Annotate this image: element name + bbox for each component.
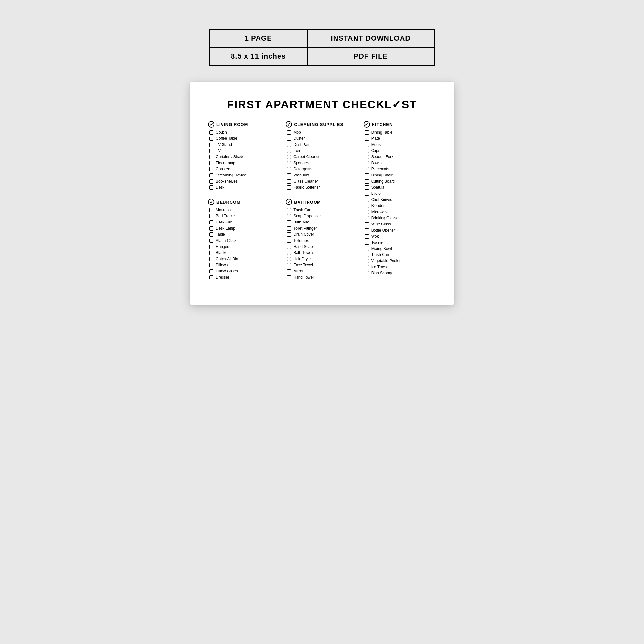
checkbox[interactable] bbox=[365, 259, 369, 263]
checkbox[interactable] bbox=[209, 251, 213, 255]
checkbox[interactable] bbox=[287, 251, 291, 255]
checkbox[interactable] bbox=[209, 155, 213, 159]
list-item[interactable]: Desk Fan bbox=[208, 220, 280, 224]
checkbox[interactable] bbox=[209, 269, 213, 273]
checkbox[interactable] bbox=[365, 130, 369, 135]
list-item[interactable]: Ice Trays bbox=[364, 265, 436, 269]
list-item[interactable]: Dust Pan bbox=[286, 142, 358, 147]
list-item[interactable]: Toaster bbox=[364, 240, 436, 245]
list-item[interactable]: Ladle bbox=[364, 191, 436, 196]
list-item[interactable]: Bottle Opener bbox=[364, 228, 436, 232]
list-item[interactable]: Table bbox=[208, 232, 280, 237]
list-item[interactable]: Dining Chair bbox=[364, 173, 436, 177]
list-item[interactable]: Wine Glass bbox=[364, 222, 436, 226]
list-item[interactable]: Microwave bbox=[364, 210, 436, 214]
list-item[interactable]: Coasters bbox=[208, 167, 280, 171]
checkbox[interactable] bbox=[287, 179, 291, 184]
list-item[interactable]: Coffee Table bbox=[208, 136, 280, 141]
list-item[interactable]: Vaccuum bbox=[286, 173, 358, 177]
checkbox[interactable] bbox=[209, 173, 213, 177]
checkbox[interactable] bbox=[287, 143, 291, 147]
checkbox[interactable] bbox=[287, 214, 291, 218]
list-item[interactable]: Cutting Board bbox=[364, 179, 436, 184]
list-item[interactable]: Bookshelves bbox=[208, 179, 280, 184]
list-item[interactable]: Streaming Device bbox=[208, 173, 280, 177]
checkbox[interactable] bbox=[209, 226, 213, 231]
list-item[interactable]: Desk Lamp bbox=[208, 226, 280, 231]
list-item[interactable]: Bed Frame bbox=[208, 214, 280, 218]
list-item[interactable]: Sponges bbox=[286, 161, 358, 165]
list-item[interactable]: Cups bbox=[364, 148, 436, 153]
checkbox[interactable] bbox=[209, 220, 213, 224]
checkbox[interactable] bbox=[287, 155, 291, 159]
checkbox[interactable] bbox=[365, 143, 369, 147]
checkbox[interactable] bbox=[287, 257, 291, 261]
checkbox[interactable] bbox=[365, 265, 369, 269]
list-item[interactable]: Glass Cleaner bbox=[286, 179, 358, 184]
list-item[interactable]: Fabric Softener bbox=[286, 185, 358, 190]
list-item[interactable]: Mirror bbox=[286, 269, 358, 273]
checkbox[interactable] bbox=[287, 263, 291, 267]
checkbox[interactable] bbox=[365, 149, 369, 153]
list-item[interactable]: Blender bbox=[364, 204, 436, 208]
checkbox[interactable] bbox=[365, 167, 369, 171]
list-item[interactable]: Alarm Clock bbox=[208, 238, 280, 243]
list-item[interactable]: Face Towel bbox=[286, 263, 358, 267]
list-item[interactable]: Plate bbox=[364, 136, 436, 141]
list-item[interactable]: Toiletries bbox=[286, 238, 358, 243]
checkbox[interactable] bbox=[365, 179, 369, 184]
checkbox[interactable] bbox=[209, 263, 213, 267]
checkbox[interactable] bbox=[209, 214, 213, 218]
checkbox[interactable] bbox=[365, 137, 369, 141]
list-item[interactable]: Dish Sponge bbox=[364, 271, 436, 275]
checkbox[interactable] bbox=[365, 161, 369, 165]
list-item[interactable]: Vegetable Peeler bbox=[364, 259, 436, 263]
checkbox[interactable] bbox=[365, 222, 369, 226]
checkbox[interactable] bbox=[365, 241, 369, 245]
checkbox[interactable] bbox=[365, 253, 369, 257]
checkbox[interactable] bbox=[365, 198, 369, 202]
checkbox[interactable] bbox=[209, 257, 213, 261]
checkbox[interactable] bbox=[365, 192, 369, 196]
checkbox[interactable] bbox=[365, 173, 369, 177]
list-item[interactable]: Catch-All Bin bbox=[208, 257, 280, 261]
list-item[interactable]: Bath Towels bbox=[286, 251, 358, 255]
checkbox[interactable] bbox=[287, 161, 291, 165]
list-item[interactable]: Pillow Cases bbox=[208, 269, 280, 273]
checkbox[interactable] bbox=[209, 245, 213, 249]
list-item[interactable]: Drinking Glasses bbox=[364, 216, 436, 220]
list-item[interactable]: Chef Knives bbox=[364, 197, 436, 202]
list-item[interactable]: Toilet Plunger bbox=[286, 226, 358, 231]
list-item[interactable]: Hand Soap bbox=[286, 244, 358, 249]
list-item[interactable]: Hangers bbox=[208, 244, 280, 249]
checkbox[interactable] bbox=[209, 161, 213, 165]
list-item[interactable]: Spoon / Fork bbox=[364, 155, 436, 159]
list-item[interactable]: Drain Cover bbox=[286, 232, 358, 237]
list-item[interactable]: Iron bbox=[286, 148, 358, 153]
list-item[interactable]: Placemats bbox=[364, 167, 436, 171]
checkbox[interactable] bbox=[287, 275, 291, 279]
checkbox[interactable] bbox=[209, 275, 213, 279]
checkbox[interactable] bbox=[365, 216, 369, 220]
list-item[interactable]: Trash Can bbox=[364, 252, 436, 257]
checkbox[interactable] bbox=[287, 239, 291, 243]
list-item[interactable]: TV bbox=[208, 148, 280, 153]
checkbox[interactable] bbox=[209, 130, 213, 135]
checkbox[interactable] bbox=[287, 173, 291, 177]
list-item[interactable]: Mugs bbox=[364, 142, 436, 147]
list-item[interactable]: Spatula bbox=[364, 185, 436, 190]
list-item[interactable]: Blanket bbox=[208, 251, 280, 255]
checkbox[interactable] bbox=[365, 234, 369, 239]
checkbox[interactable] bbox=[365, 271, 369, 275]
checkbox[interactable] bbox=[287, 137, 291, 141]
list-item[interactable]: TV Stand bbox=[208, 142, 280, 147]
checkbox[interactable] bbox=[287, 149, 291, 153]
list-item[interactable]: Floor Lamp bbox=[208, 161, 280, 165]
checkbox[interactable] bbox=[209, 239, 213, 243]
checkbox[interactable] bbox=[365, 228, 369, 232]
checkbox[interactable] bbox=[365, 185, 369, 190]
checkbox[interactable] bbox=[365, 204, 369, 208]
checkbox[interactable] bbox=[287, 269, 291, 273]
checkbox[interactable] bbox=[287, 226, 291, 231]
checkbox[interactable] bbox=[365, 210, 369, 214]
